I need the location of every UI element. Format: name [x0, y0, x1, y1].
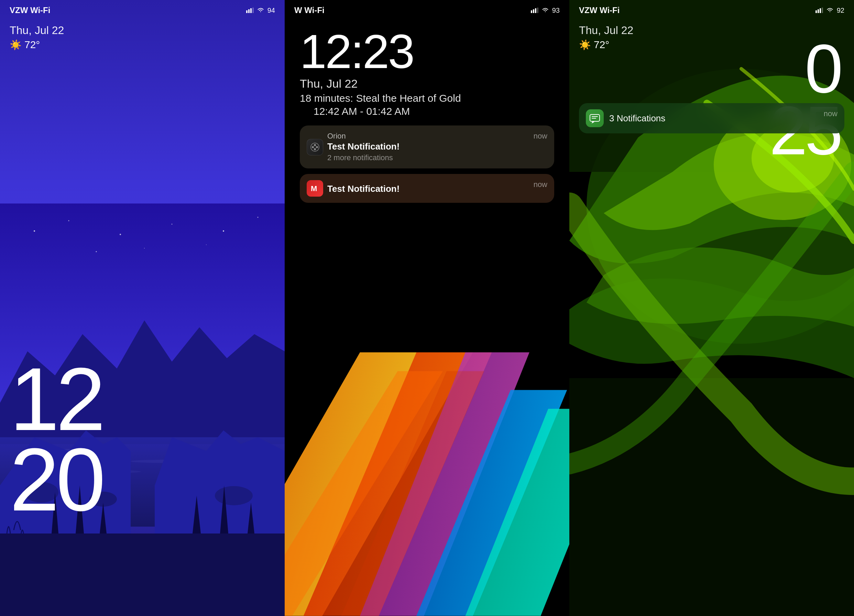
- panel3-status-bar: VZW Wi-Fi 92: [569, 0, 854, 21]
- mx-app-icon: M: [307, 180, 323, 197]
- svg-rect-43: [533, 9, 534, 13]
- panel2-event-title: 18 minutes: Steal the Heart of Gold: [300, 93, 554, 104]
- svg-rect-33: [250, 8, 252, 13]
- svg-rect-60: [820, 8, 821, 13]
- svg-text:M: M: [311, 184, 317, 193]
- panel3-notification-card[interactable]: 3 Notifications now: [579, 103, 844, 133]
- notif-orion-title: Test Notification!: [327, 141, 547, 152]
- svg-point-6: [258, 217, 259, 218]
- svg-point-8: [96, 251, 97, 252]
- panel1-temperature: 72°: [24, 39, 40, 50]
- notif-orion-header: Orion Test Notification! 2 more notifica…: [307, 132, 547, 162]
- panel3-numbers: 0 25: [769, 34, 840, 165]
- panel2-main-content: 12:23 Thu, Jul 22 18 minutes: Steal the …: [300, 27, 554, 203]
- notif-orion-more: 2 more notifications: [327, 153, 547, 162]
- svg-point-3: [120, 234, 121, 235]
- panel1-status-icons: 94: [246, 6, 275, 14]
- wifi-icon: [827, 8, 833, 13]
- messages-icon: [589, 113, 601, 124]
- panel3-notif-time: now: [824, 109, 837, 118]
- panel3-notif-icon: [586, 109, 604, 127]
- svg-rect-45: [537, 8, 538, 13]
- orion-app-icon: [307, 139, 323, 156]
- svg-rect-34: [252, 8, 254, 13]
- panel3-status-icons: 92: [816, 6, 844, 14]
- svg-rect-44: [535, 8, 536, 13]
- mx-icon-graphic: M: [310, 184, 320, 193]
- svg-rect-24: [0, 534, 285, 616]
- panel2-event-time-row: 🗓 12:42 AM - 01:42 AM: [300, 105, 554, 117]
- svg-rect-42: [531, 10, 532, 13]
- panel1-date-text: Thu, Jul 22: [10, 24, 64, 37]
- svg-point-2: [69, 220, 69, 221]
- panel1-weather-icon: ☀️: [10, 39, 22, 50]
- panel2-status-bar: W Wi-Fi 93: [285, 0, 569, 21]
- panel1-status-bar: VZW Wi-Fi 94: [0, 0, 285, 21]
- panel1-hour: 12: [10, 359, 102, 439]
- svg-rect-31: [246, 10, 247, 13]
- panel3-battery: 92: [837, 6, 844, 14]
- panel1-weather: ☀️ 72°: [10, 39, 64, 50]
- panel2-carrier: W Wi-Fi: [294, 6, 325, 15]
- panel2-status-icons: 93: [531, 6, 560, 14]
- panel3-notif-text: 3 Notifications: [609, 113, 665, 124]
- svg-point-9: [206, 244, 207, 245]
- notif-mx-title: Test Notification!: [327, 184, 547, 194]
- panel1-time: 12 20: [10, 359, 102, 520]
- panel1-phone: VZW Wi-Fi 94 Thu, Jul 22 ☀️ 72° 12 20: [0, 0, 285, 616]
- panel3-date-weather: Thu, Jul 22 ☀️ 72°: [579, 24, 633, 50]
- panel1-minute: 20: [10, 439, 102, 520]
- svg-point-7: [144, 248, 145, 249]
- svg-rect-58: [816, 10, 817, 13]
- svg-rect-57: [569, 378, 854, 616]
- panel2-date: Thu, Jul 22: [300, 77, 554, 90]
- signal-icon: [816, 8, 823, 13]
- panel3-phone: VZW Wi-Fi 92 Thu, Jul 22 ☀️ 72° 0 25: [569, 0, 854, 616]
- notif-mx-header: M Test Notification!: [307, 180, 547, 197]
- notif-orion-time: now: [534, 132, 547, 140]
- svg-point-5: [223, 230, 224, 232]
- svg-point-4: [172, 224, 172, 225]
- panel2-event-timetext: 12:42 AM - 01:42 AM: [314, 105, 410, 117]
- panel2-phone: W Wi-Fi 93 12:23 Thu, Jul 22 18 minutes:…: [285, 0, 569, 616]
- panel3-temperature: 72°: [594, 39, 609, 50]
- svg-point-49: [314, 144, 316, 146]
- panel1-carrier: VZW Wi-Fi: [10, 6, 50, 15]
- svg-point-50: [314, 148, 316, 150]
- svg-point-1: [34, 230, 35, 232]
- orion-icon-graphic: [310, 142, 320, 152]
- panel1-battery: 94: [267, 6, 275, 14]
- panel3-carrier: VZW Wi-Fi: [579, 6, 619, 15]
- svg-point-48: [316, 146, 318, 148]
- svg-point-19: [215, 486, 253, 505]
- panel3-date-text: Thu, Jul 22: [579, 24, 633, 37]
- svg-rect-32: [248, 9, 250, 13]
- wifi-icon: [257, 8, 264, 13]
- svg-marker-16: [155, 430, 285, 547]
- notif-orion-info: Orion Test Notification! 2 more notifica…: [327, 132, 547, 162]
- svg-rect-59: [817, 9, 819, 13]
- notification-mx[interactable]: now M Test Notification!: [300, 174, 554, 203]
- calendar-icon: 🗓: [300, 106, 310, 117]
- svg-rect-61: [822, 8, 823, 13]
- signal-icon: [531, 8, 538, 13]
- notification-orion[interactable]: now Orion Test Notification! 2 more noti…: [300, 125, 554, 168]
- notif-orion-appname: Orion: [327, 132, 547, 140]
- notif-mx-time: now: [534, 180, 547, 189]
- panel3-weather-icon: ☀️: [579, 39, 591, 50]
- notif-mx-info: Test Notification!: [327, 183, 547, 194]
- panel3-notification-area: 3 Notifications now: [579, 103, 844, 133]
- panel2-abstract-art: [285, 277, 569, 616]
- panel2-time: 12:23: [300, 27, 554, 76]
- panel1-date-weather: Thu, Jul 22 ☀️ 72°: [10, 24, 64, 50]
- wifi-icon: [542, 8, 549, 13]
- svg-point-47: [312, 146, 314, 148]
- signal-icon: [246, 8, 254, 13]
- panel2-battery: 93: [552, 6, 560, 14]
- panel3-weather: ☀️ 72°: [579, 39, 633, 50]
